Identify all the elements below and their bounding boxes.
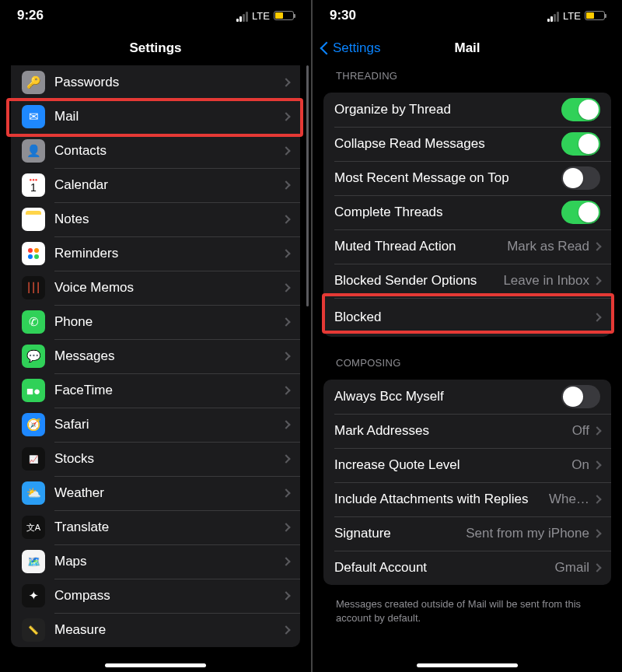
row-blocked-sender-options[interactable]: Blocked Sender Options Leave in Inbox bbox=[323, 264, 611, 298]
row-label: Calendar bbox=[54, 177, 283, 193]
row-label: Always Bcc Myself bbox=[334, 389, 561, 404]
row-include-attachments[interactable]: Include Attachments with Replies Whe… bbox=[323, 482, 611, 516]
row-label: Translate bbox=[54, 520, 283, 535]
weather-icon: ⛅ bbox=[22, 481, 45, 505]
row-increase-quote[interactable]: Increase Quote Level On bbox=[323, 448, 611, 482]
row-contacts[interactable]: 👤 Contacts bbox=[11, 134, 300, 168]
chevron-right-icon bbox=[281, 625, 290, 634]
row-stocks[interactable]: 📈 Stocks bbox=[11, 442, 300, 476]
mail-icon: ✉︎ bbox=[22, 105, 45, 128]
row-voice-memos[interactable]: ⎮⎮⎮ Voice Memos bbox=[11, 271, 300, 305]
reminders-icon bbox=[22, 242, 45, 265]
chevron-right-icon bbox=[592, 276, 601, 285]
row-weather[interactable]: ⛅ Weather bbox=[11, 476, 300, 510]
row-mail[interactable]: ✉︎ Mail bbox=[11, 100, 300, 134]
section-header-threading: THREADING bbox=[313, 65, 622, 86]
maps-icon: 🗺️ bbox=[22, 550, 45, 573]
row-measure[interactable]: 📏 Measure bbox=[11, 613, 300, 647]
row-facetime[interactable]: ■● FaceTime bbox=[11, 373, 300, 408]
row-phone[interactable]: ✆ Phone bbox=[11, 305, 300, 339]
chevron-right-icon bbox=[281, 420, 290, 429]
row-label: Blocked Sender Options bbox=[334, 273, 503, 289]
row-mark-addresses[interactable]: Mark Addresses Off bbox=[323, 414, 611, 448]
back-button[interactable]: Settings bbox=[322, 40, 380, 56]
page-title: Settings bbox=[129, 40, 181, 56]
compass-icon: ✦ bbox=[22, 584, 45, 607]
row-blocked[interactable]: Blocked bbox=[323, 298, 611, 337]
row-calendar[interactable]: ●●●1 Calendar bbox=[11, 168, 300, 202]
row-detail: Gmail bbox=[555, 560, 589, 576]
composing-group: Always Bcc Myself Mark Addresses Off Inc… bbox=[323, 380, 611, 585]
row-label: Reminders bbox=[54, 246, 283, 261]
chevron-right-icon bbox=[592, 460, 601, 469]
battery-icon bbox=[585, 11, 605, 20]
status-bar: 9:26 LTE bbox=[0, 0, 311, 31]
messages-icon: 💬 bbox=[22, 345, 45, 368]
translate-icon: 文A bbox=[22, 516, 45, 539]
mail-settings-list[interactable]: THREADING Organize by Thread Collapse Re… bbox=[313, 65, 622, 664]
row-reminders[interactable]: Reminders bbox=[11, 236, 300, 271]
status-time: 9:26 bbox=[17, 8, 44, 23]
row-signature[interactable]: Signature Sent from my iPhone bbox=[323, 516, 611, 551]
status-right: LTE bbox=[236, 10, 294, 22]
row-translate[interactable]: 文A Translate bbox=[11, 510, 300, 544]
chevron-right-icon bbox=[281, 78, 290, 86]
row-default-account[interactable]: Default Account Gmail bbox=[323, 551, 611, 585]
row-complete-threads[interactable]: Complete Threads bbox=[323, 195, 611, 229]
toggle-complete-threads[interactable] bbox=[561, 201, 600, 224]
row-detail: Mark as Read bbox=[507, 239, 589, 254]
facetime-icon: ■● bbox=[22, 379, 45, 402]
toggle-organize-by-thread[interactable] bbox=[561, 98, 600, 121]
settings-group: 🔑 Passwords ✉︎ Mail 👤 Contacts ●●●1 Cale… bbox=[11, 65, 300, 647]
home-indicator[interactable] bbox=[417, 663, 518, 667]
stocks-icon: 📈 bbox=[22, 447, 45, 471]
toggle-most-recent-top[interactable] bbox=[561, 166, 600, 190]
chevron-right-icon bbox=[281, 523, 290, 531]
row-always-bcc[interactable]: Always Bcc Myself bbox=[323, 380, 611, 414]
row-label: Compass bbox=[54, 588, 283, 604]
row-label: Safari bbox=[54, 417, 283, 432]
chevron-right-icon bbox=[281, 180, 290, 189]
page-title: Mail bbox=[454, 40, 480, 56]
chevron-right-icon bbox=[281, 146, 290, 155]
row-label: Organize by Thread bbox=[334, 102, 561, 117]
home-indicator[interactable] bbox=[105, 663, 206, 667]
chevron-right-icon bbox=[592, 563, 601, 572]
row-notes[interactable]: Notes bbox=[11, 202, 300, 236]
chevron-right-icon bbox=[281, 352, 290, 360]
toggle-always-bcc[interactable] bbox=[561, 385, 600, 408]
threading-group: Organize by Thread Collapse Read Message… bbox=[323, 93, 611, 337]
row-label: Stocks bbox=[54, 451, 283, 467]
row-organize-by-thread[interactable]: Organize by Thread bbox=[323, 93, 611, 127]
row-collapse-read[interactable]: Collapse Read Messages bbox=[323, 127, 611, 161]
row-maps[interactable]: 🗺️ Maps bbox=[11, 544, 300, 579]
chevron-left-icon bbox=[320, 42, 334, 55]
scroll-indicator bbox=[306, 65, 309, 306]
row-passwords[interactable]: 🔑 Passwords bbox=[11, 65, 300, 100]
row-messages[interactable]: 💬 Messages bbox=[11, 339, 300, 373]
row-label: Default Account bbox=[334, 560, 555, 576]
row-detail: Whe… bbox=[549, 492, 589, 507]
signal-icon bbox=[547, 10, 559, 22]
row-label: Messages bbox=[54, 348, 283, 364]
row-label: Signature bbox=[334, 526, 466, 541]
mail-settings-screen: 9:30 LTE Settings Mail THREADING Organiz… bbox=[311, 0, 622, 672]
signal-icon bbox=[236, 10, 248, 22]
chevron-right-icon bbox=[281, 454, 290, 463]
measure-icon: 📏 bbox=[22, 618, 45, 642]
chevron-right-icon bbox=[281, 249, 290, 257]
row-label: Contacts bbox=[54, 143, 283, 159]
row-most-recent-top[interactable]: Most Recent Message on Top bbox=[323, 161, 611, 195]
row-compass[interactable]: ✦ Compass bbox=[11, 579, 300, 613]
chevron-right-icon bbox=[281, 283, 290, 292]
row-muted-thread-action[interactable]: Muted Thread Action Mark as Read bbox=[323, 229, 611, 264]
settings-list[interactable]: 🔑 Passwords ✉︎ Mail 👤 Contacts ●●●1 Cale… bbox=[0, 65, 311, 664]
row-safari[interactable]: 🧭 Safari bbox=[11, 408, 300, 442]
toggle-collapse-read[interactable] bbox=[561, 132, 600, 156]
row-label: Phone bbox=[54, 314, 283, 330]
phone-icon: ✆ bbox=[22, 310, 45, 334]
row-detail: Off bbox=[572, 423, 589, 439]
notes-icon bbox=[22, 208, 45, 231]
row-label: Maps bbox=[54, 554, 283, 569]
section-header-composing: COMPOSING bbox=[313, 343, 622, 373]
